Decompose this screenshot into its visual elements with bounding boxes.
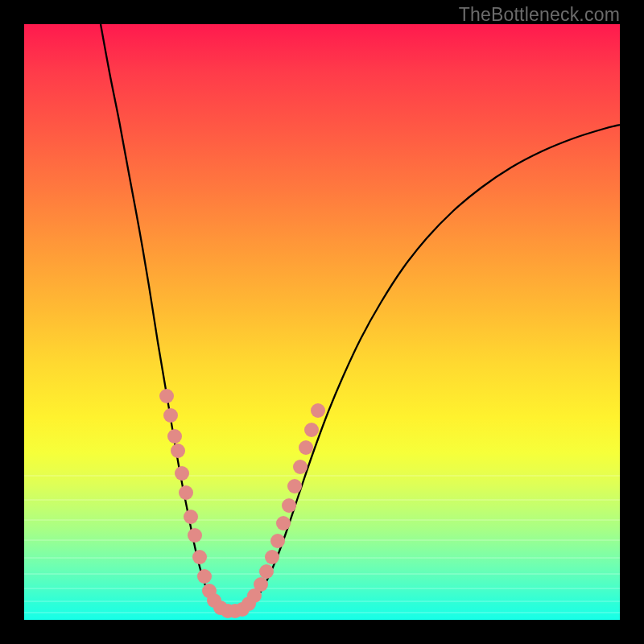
curve-marker xyxy=(197,569,212,584)
curve-marker xyxy=(276,516,291,530)
curve-markers xyxy=(159,389,325,618)
curve-marker xyxy=(184,510,198,524)
curve-marker xyxy=(167,429,182,444)
curve-marker xyxy=(192,550,207,564)
curve-marker xyxy=(282,498,296,513)
curve-marker xyxy=(175,466,189,481)
chart-frame xyxy=(24,24,620,620)
curve-marker xyxy=(171,444,185,458)
curve-marker xyxy=(287,479,302,493)
curve-marker xyxy=(299,440,313,455)
curve-marker xyxy=(293,460,308,474)
curve-marker xyxy=(265,550,279,564)
curve-marker xyxy=(311,403,325,418)
curve-marker xyxy=(159,389,174,403)
curve-marker xyxy=(270,534,285,548)
bottleneck-curve-svg xyxy=(24,24,620,620)
bottleneck-curve-path xyxy=(101,24,620,613)
curve-marker xyxy=(304,423,319,437)
curve-marker xyxy=(254,577,268,592)
curve-marker xyxy=(259,564,274,579)
curve-marker xyxy=(179,485,193,500)
curve-marker xyxy=(188,528,202,543)
curve-marker xyxy=(163,408,178,423)
watermark-text: TheBottleneck.com xyxy=(459,4,620,26)
